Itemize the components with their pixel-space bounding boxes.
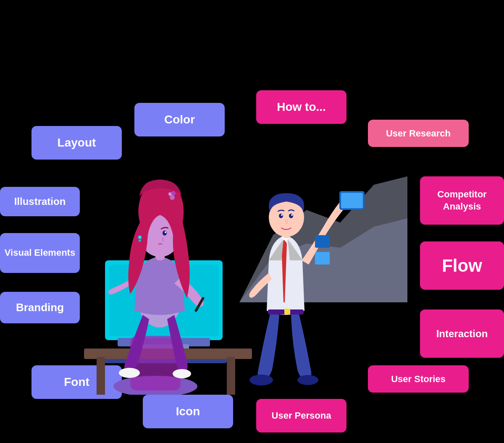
svg-rect-41 <box>284 309 290 315</box>
svg-rect-32 <box>315 235 330 248</box>
main-illustration <box>63 101 420 395</box>
svg-point-23 <box>138 236 142 239</box>
svg-rect-6 <box>97 357 105 395</box>
svg-point-39 <box>291 214 293 216</box>
user-persona-tag[interactable]: User Persona <box>256 399 346 433</box>
icon-tag[interactable]: Icon <box>143 395 233 428</box>
svg-point-26 <box>168 192 172 196</box>
svg-point-22 <box>165 231 166 233</box>
svg-point-21 <box>163 231 167 236</box>
svg-rect-31 <box>341 193 363 208</box>
svg-point-17 <box>173 369 191 378</box>
flow-tag[interactable]: Flow <box>420 241 504 290</box>
svg-point-38 <box>289 214 293 218</box>
svg-point-27 <box>171 191 176 195</box>
svg-rect-33 <box>315 252 330 265</box>
svg-point-24 <box>139 239 141 242</box>
svg-point-16 <box>119 368 140 378</box>
svg-rect-7 <box>227 357 235 395</box>
interaction-tag[interactable]: Interaction <box>420 309 504 358</box>
svg-point-29 <box>297 375 318 385</box>
svg-point-37 <box>281 214 283 216</box>
svg-point-28 <box>249 375 273 385</box>
svg-point-36 <box>279 214 283 218</box>
competitor-analysis-tag[interactable]: Competitor Analysis <box>420 176 504 225</box>
